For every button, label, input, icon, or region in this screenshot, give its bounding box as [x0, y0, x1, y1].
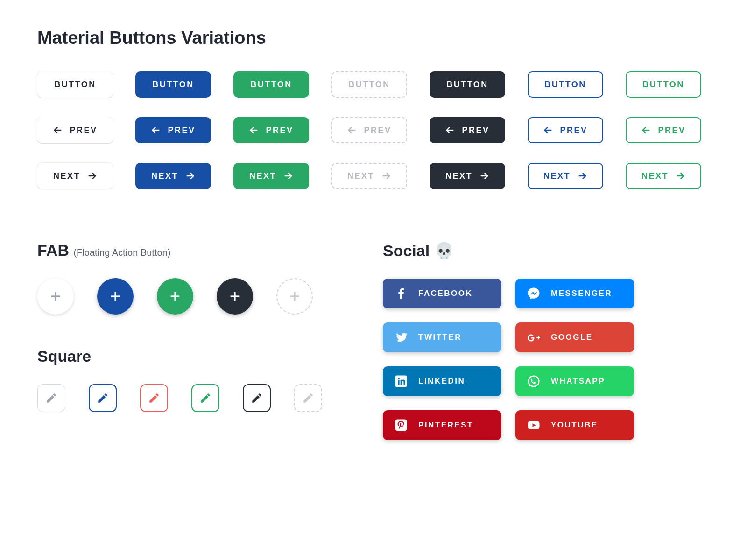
fab-dark[interactable] — [217, 278, 253, 315]
fab-heading: FAB (Floating Action Button) — [37, 241, 322, 259]
arrow-right-icon — [479, 171, 489, 181]
prev-dashed[interactable]: PREV — [331, 117, 407, 143]
button-primary[interactable]: BUTTON — [135, 71, 211, 98]
fab-dashed[interactable] — [276, 278, 313, 315]
square-default[interactable] — [37, 384, 65, 412]
button-outline-green[interactable]: BUTTON — [626, 71, 701, 98]
pencil-icon — [302, 392, 314, 404]
prev-dark[interactable]: PREV — [430, 117, 505, 143]
social-label: LINKEDIN — [418, 377, 465, 386]
pencil-icon — [148, 392, 160, 404]
arrow-right-icon — [675, 171, 685, 181]
arrow-right-icon — [577, 171, 587, 181]
arrow-left-icon — [543, 125, 553, 135]
square-green[interactable] — [191, 384, 219, 412]
social-youtube[interactable]: YOUTUBE — [515, 410, 634, 440]
fab-success[interactable] — [157, 278, 193, 315]
next-default[interactable]: NEXT — [37, 163, 113, 189]
next-outline-green[interactable]: NEXT — [626, 163, 701, 189]
google-plus-icon — [527, 330, 541, 344]
social-whatsapp[interactable]: WHATSAPP — [515, 366, 634, 396]
square-dark[interactable] — [243, 384, 271, 412]
whatsapp-icon — [527, 374, 541, 388]
social-label: MESSENGER — [551, 289, 612, 298]
prev-outline-blue[interactable]: PREV — [528, 117, 603, 143]
button-dark[interactable]: BUTTON — [430, 71, 505, 98]
fab-default[interactable] — [37, 278, 74, 315]
prev-primary[interactable]: PREV — [135, 117, 211, 143]
page-title: Material Buttons Variations — [37, 28, 710, 48]
pinterest-icon — [394, 418, 408, 432]
linkedin-icon — [394, 374, 408, 388]
arrow-left-icon — [445, 125, 455, 135]
fab-row — [37, 278, 322, 315]
pencil-icon — [97, 392, 109, 404]
social-linkedin[interactable]: LINKEDIN — [383, 366, 501, 396]
arrow-left-icon — [151, 125, 161, 135]
arrow-left-icon — [53, 125, 63, 135]
next-dashed[interactable]: NEXT — [331, 163, 407, 189]
prev-row: PREV PREV PREV PREV PREV PREV PREV — [37, 117, 710, 143]
arrow-right-icon — [185, 171, 195, 181]
social-facebook[interactable]: FACEBOOK — [383, 279, 501, 308]
social-heading: Social 💀 — [383, 241, 634, 260]
next-primary[interactable]: NEXT — [135, 163, 211, 189]
plus-icon — [49, 290, 62, 303]
square-dashed[interactable] — [294, 384, 322, 412]
button-outline-blue[interactable]: BUTTON — [528, 71, 603, 98]
next-dark[interactable]: NEXT — [430, 163, 505, 189]
square-row — [37, 384, 322, 412]
fab-subtitle: (Floating Action Button) — [73, 247, 170, 258]
social-twitter[interactable]: TWITTER — [383, 322, 501, 352]
next-row: NEXT NEXT NEXT NEXT NEXT NEXT NEXT — [37, 163, 710, 189]
youtube-icon — [527, 418, 541, 432]
social-pinterest[interactable]: PINTEREST — [383, 410, 501, 440]
facebook-icon — [394, 287, 408, 301]
pencil-icon — [199, 392, 211, 404]
arrow-right-icon — [283, 171, 293, 181]
plus-icon — [109, 290, 122, 303]
square-heading: Square — [37, 347, 322, 365]
social-google[interactable]: GOOGLE — [515, 322, 634, 352]
plus-icon — [288, 290, 301, 303]
social-messenger[interactable]: MESSENGER — [515, 279, 634, 308]
button-dashed[interactable]: BUTTON — [331, 71, 407, 98]
plus-icon — [169, 290, 182, 303]
social-label: TWITTER — [418, 333, 462, 342]
arrow-left-icon — [641, 125, 651, 135]
button-row: BUTTON BUTTON BUTTON BUTTON BUTTON BUTTO… — [37, 71, 710, 98]
twitter-icon — [394, 330, 408, 344]
square-red[interactable] — [140, 384, 168, 412]
arrow-right-icon — [87, 171, 97, 181]
prev-outline-green[interactable]: PREV — [626, 117, 701, 143]
social-label: WHATSAPP — [551, 377, 605, 386]
pencil-icon — [45, 392, 57, 404]
social-label: FACEBOOK — [418, 289, 472, 298]
social-label: YOUTUBE — [551, 420, 598, 430]
next-outline-blue[interactable]: NEXT — [528, 163, 603, 189]
social-grid: FACEBOOK MESSENGER TWITTER GOOGLE LINKED… — [383, 279, 634, 440]
social-label: PINTEREST — [418, 420, 473, 430]
plus-icon — [228, 290, 241, 303]
square-blue[interactable] — [89, 384, 117, 412]
next-success[interactable]: NEXT — [233, 163, 309, 189]
arrow-left-icon — [347, 125, 357, 135]
prev-success[interactable]: PREV — [233, 117, 309, 143]
pencil-icon — [251, 392, 263, 404]
button-default[interactable]: BUTTON — [37, 71, 113, 98]
button-success[interactable]: BUTTON — [233, 71, 309, 98]
messenger-icon — [527, 287, 541, 301]
prev-default[interactable]: PREV — [37, 117, 113, 143]
social-label: GOOGLE — [551, 333, 593, 342]
fab-primary[interactable] — [97, 278, 134, 315]
arrow-left-icon — [249, 125, 259, 135]
arrow-right-icon — [381, 171, 391, 181]
